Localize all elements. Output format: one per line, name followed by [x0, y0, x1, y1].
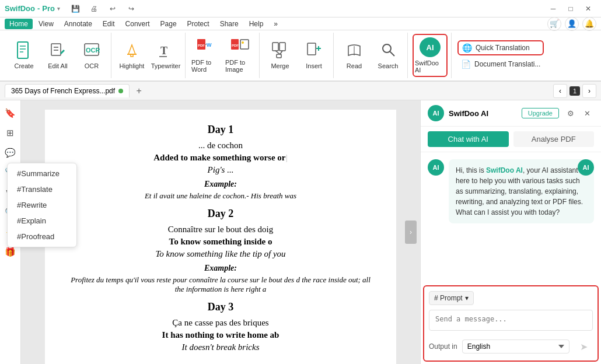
dropdown-explain[interactable]: #Explain — [8, 213, 76, 229]
svg-line-22 — [275, 51, 280, 54]
create-button[interactable]: Create — [8, 34, 40, 77]
read-button[interactable]: Read — [338, 34, 370, 77]
menu-help[interactable]: Help — [244, 19, 268, 29]
day1-example-text: Et il avait une haleine de cochon.- His … — [68, 191, 372, 201]
dropdown-arrow[interactable]: ▾ — [57, 6, 60, 12]
sidebar-pages-icon[interactable]: ⊞ — [2, 125, 19, 141]
ribbon-toolbar: Create Edit All OCR OCR Highlight T — [0, 30, 601, 82]
merge-button[interactable]: Merge — [264, 34, 296, 77]
settings-icon[interactable]: ⚙ — [564, 106, 578, 120]
ribbon-group-convert: PDFW PDF to Word PDF PDF to Image — [187, 33, 260, 78]
save-icon[interactable]: 💾 — [67, 2, 83, 16]
dropdown-rewrite[interactable]: #Rewrite — [8, 197, 76, 213]
user-icon[interactable]: 👤 — [565, 17, 579, 31]
ribbon-right-group: 🌐 Quick Translation 📄 Document Translati… — [453, 33, 544, 78]
add-tab-button[interactable]: + — [132, 84, 146, 98]
maximize-button[interactable]: □ — [562, 2, 579, 16]
redo-icon[interactable]: ↪ — [123, 2, 139, 16]
pdf-scroll-right-button[interactable]: › — [405, 220, 417, 244]
user-avatar: AI — [578, 159, 594, 176]
menu-bar: Home View Annotate Edit Convert Page Pro… — [0, 18, 601, 30]
ai-title: SwifDoo AI — [449, 109, 517, 118]
undo-icon[interactable]: ↩ — [104, 2, 121, 16]
svg-text:PDF: PDF — [198, 44, 205, 47]
svg-point-29 — [383, 44, 391, 52]
ribbon-group-organize: Merge Insert — [261, 33, 334, 78]
page-number: 1 — [569, 86, 580, 96]
edit-all-button[interactable]: Edit All — [42, 34, 74, 77]
send-button[interactable]: ➤ — [574, 337, 593, 356]
ai-dropdown-popup: #Summarize #Translate #Rewrite #Explain … — [7, 163, 77, 247]
svg-line-30 — [390, 51, 394, 56]
ribbon-group-annotate: Highlight T Typewriter — [113, 33, 186, 78]
dropdown-translate[interactable]: #Translate — [8, 181, 76, 197]
day3-phrase: Ça ne casse pas des briques — [68, 318, 372, 328]
cart-icon[interactable]: 🛒 — [547, 17, 561, 31]
bell-icon[interactable]: 🔔 — [582, 17, 596, 31]
menu-share[interactable]: Share — [215, 19, 243, 29]
menu-page[interactable]: Page — [156, 19, 181, 29]
tab-status-dot — [118, 89, 123, 93]
quick-translation-button[interactable]: 🌐 Quick Translation — [457, 40, 544, 55]
print-icon[interactable]: 🖨 — [86, 2, 102, 16]
ai-welcome-message: Hi, this is SwifDoo AI, your AI assistan… — [449, 159, 594, 223]
close-button[interactable]: ✕ — [580, 2, 596, 16]
next-page-button[interactable]: › — [582, 84, 596, 98]
menu-more[interactable]: » — [269, 19, 282, 29]
translation-icon: 🌐 — [462, 43, 472, 52]
upgrade-button[interactable]: Upgrade — [522, 108, 559, 118]
ai-message-input[interactable] — [429, 310, 593, 331]
search-button[interactable]: Search — [372, 34, 404, 77]
svg-point-19 — [242, 41, 244, 44]
ai-tabs: Chat with AI Analyse PDF — [421, 127, 601, 152]
day1-translation2: Pig's ... — [68, 165, 372, 175]
prompt-button[interactable]: # Prompt ▾ — [429, 291, 474, 305]
day2-title: Day 2 — [68, 208, 372, 220]
menu-convert[interactable]: Convert — [121, 19, 155, 29]
typewriter-button[interactable]: T Typewriter — [150, 34, 181, 77]
tab-chat-with-ai[interactable]: Chat with AI — [428, 131, 509, 147]
language-select[interactable]: English — [462, 340, 569, 354]
merge-icon — [271, 41, 289, 60]
tab-bar: 365 Days of French Express...pdf + ‹ 1 › — [0, 82, 601, 100]
highlight-icon — [123, 41, 141, 60]
ai-chat-area: AI Hi, this is SwifDoo AI, your AI assis… — [421, 152, 601, 283]
svg-rect-24 — [277, 54, 281, 58]
menu-view[interactable]: View — [34, 19, 58, 29]
menu-home[interactable]: Home — [5, 19, 33, 29]
document-tab[interactable]: 365 Days of French Express...pdf — [5, 84, 130, 97]
svg-rect-4 — [51, 44, 61, 55]
menu-protect[interactable]: Protect — [183, 19, 214, 29]
dropdown-summarize[interactable]: #Summarize — [8, 166, 76, 181]
ocr-icon: OCR — [82, 41, 101, 60]
document-translation-button[interactable]: 📄 Document Translati... — [457, 58, 544, 71]
ai-output-row: Output in English ➤ — [429, 337, 593, 356]
insert-button[interactable]: Insert — [298, 34, 330, 77]
pdf-to-image-icon: PDF — [230, 38, 249, 57]
ai-panel-header: AI SwifDoo AI Upgrade ⚙ ✕ — [421, 100, 601, 127]
window-controls: ─ □ ✕ — [545, 2, 596, 16]
sidebar-bookmark-icon[interactable]: 🔖 — [2, 105, 19, 121]
menu-annotate[interactable]: Annotate — [60, 19, 97, 29]
search-icon — [379, 41, 397, 60]
day2-example-label: Example: — [68, 264, 372, 273]
day3-translation2: It doesn't break bricks — [68, 342, 372, 352]
highlight-button[interactable]: Highlight — [116, 34, 148, 77]
ai-prompt-row: # Prompt ▾ — [429, 291, 593, 305]
tab-analyse-pdf[interactable]: Analyse PDF — [513, 131, 595, 147]
pdf-to-image-button[interactable]: PDF PDF to Image — [224, 34, 256, 77]
close-ai-icon[interactable]: ✕ — [580, 106, 594, 120]
swifdoo-ai-button[interactable]: AI SwifDoo AI — [413, 34, 448, 77]
pdf-page: Day 1 ... de cochon Added to make someth… — [45, 110, 396, 364]
ocr-button[interactable]: OCR OCR — [76, 34, 107, 77]
prev-page-button[interactable]: ‹ — [553, 84, 567, 98]
pdf-to-word-button[interactable]: PDFW PDF to Word — [190, 34, 222, 77]
ai-avatar: AI — [428, 105, 444, 121]
day3-title: Day 3 — [68, 301, 372, 313]
sidebar-comments-icon[interactable]: 💬 — [2, 145, 19, 161]
tab-title: 365 Days of French Express...pdf — [11, 87, 115, 95]
day2-example-text: Profitez du temps qu'il vous reste pour … — [68, 275, 372, 294]
dropdown-proofread[interactable]: #Proofread — [8, 229, 76, 244]
minimize-button[interactable]: ─ — [545, 2, 561, 16]
menu-edit[interactable]: Edit — [98, 19, 120, 29]
